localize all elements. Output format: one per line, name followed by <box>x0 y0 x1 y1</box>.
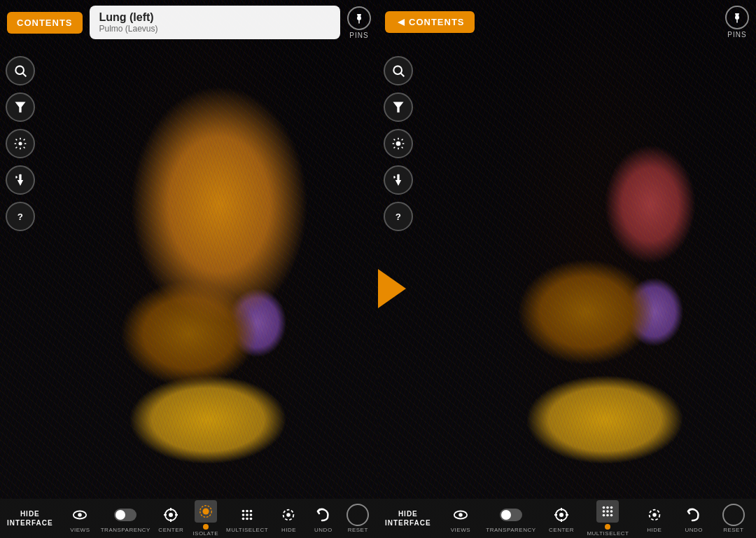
reset-icon <box>346 504 369 526</box>
right-views-tool[interactable]: VIEWS <box>447 504 475 533</box>
hide-label: HIDE <box>281 527 296 533</box>
right-center-icon <box>550 504 573 526</box>
svg-text:?: ? <box>396 212 401 222</box>
svg-point-55 <box>603 510 606 513</box>
svg-marker-40 <box>396 180 401 186</box>
right-reset-icon <box>722 504 745 526</box>
right-pin-svg <box>731 11 743 24</box>
multiselect-label: MULTISELECT <box>226 527 268 533</box>
svg-point-54 <box>610 506 613 509</box>
svg-marker-32 <box>398 19 405 26</box>
transparency-toggle[interactable] <box>114 509 136 521</box>
right-hide-tool[interactable]: HIDE <box>640 504 668 533</box>
svg-point-47 <box>560 513 563 516</box>
views-label: VIEWS <box>70 527 90 533</box>
left-bottom-bar: HIDE INTERFACE VIEWS TRAN <box>0 499 378 538</box>
right-views-label: VIEWS <box>451 527 470 533</box>
svg-point-14 <box>169 513 172 516</box>
left-hide-interface-button[interactable]: HIDE INTERFACE <box>0 505 60 532</box>
right-settings-button[interactable] <box>384 129 413 158</box>
right-hide-interface-button[interactable]: HIDE INTERFACE <box>378 505 438 532</box>
transparency-icon <box>114 504 136 526</box>
right-bottom-tools: VIEWS TRANSPARENCY <box>438 500 756 537</box>
svg-rect-6 <box>19 174 21 180</box>
center-svg <box>162 506 179 523</box>
right-pins-label: PINS <box>727 31 746 39</box>
pin-svg <box>353 12 365 25</box>
right-undo-svg <box>685 506 702 523</box>
svg-point-58 <box>603 514 606 517</box>
right-filter-icon <box>391 100 405 114</box>
right-undo-tool[interactable]: UNDO <box>680 504 708 533</box>
right-transparency-tool[interactable]: TRANSPARENCY <box>486 504 536 533</box>
left-pins-label: PINS <box>349 32 368 39</box>
right-pins-button[interactable]: PINS <box>725 6 749 39</box>
filter-icon <box>13 100 27 114</box>
svg-point-21 <box>242 510 245 513</box>
right-center-tool[interactable]: CENTER <box>547 504 575 533</box>
organ-subtitle: Pulmo (Laevus) <box>99 24 331 34</box>
svg-line-3 <box>23 74 27 77</box>
help-button[interactable]: ? <box>6 202 35 231</box>
info-box: Lung (left) Pulmo (Laevus) <box>90 6 341 39</box>
right-multiselect-tool[interactable]: MULTISELECT <box>587 500 629 537</box>
isolate-tool[interactable]: ISOLATE <box>192 500 220 537</box>
left-contents-button[interactable]: CONTENTS <box>7 12 83 34</box>
hide-tool[interactable]: HIDE <box>274 504 302 533</box>
right-panel: CONTENTS PINS <box>378 0 756 538</box>
left-pins-button[interactable]: PINS <box>347 6 371 39</box>
right-top-bar: CONTENTS PINS <box>378 0 756 44</box>
right-hide-label: HIDE <box>647 527 662 533</box>
svg-point-2 <box>15 66 24 74</box>
right-help-button[interactable]: ? <box>384 202 413 231</box>
svg-point-59 <box>607 514 610 517</box>
right-add-pin-icon <box>391 173 405 187</box>
multiselect-tool[interactable]: MULTISELECT <box>226 504 268 533</box>
views-tool[interactable]: VIEWS <box>66 504 94 533</box>
isolate-svg <box>198 504 214 519</box>
right-contents-button[interactable]: CONTENTS <box>385 11 475 33</box>
undo-tool[interactable]: UNDO <box>309 504 337 533</box>
organ-title: Lung (left) <box>99 11 331 24</box>
gear-icon <box>13 137 27 151</box>
svg-text:?: ? <box>18 212 23 222</box>
right-center-svg <box>553 506 570 523</box>
right-search-button[interactable] <box>384 56 413 85</box>
right-undo-label: UNDO <box>685 527 704 533</box>
reset-tool[interactable]: RESET <box>344 504 372 533</box>
svg-point-60 <box>610 514 613 517</box>
multiselect-icon <box>236 504 258 526</box>
add-pin-button[interactable] <box>6 165 35 195</box>
isolate-dot <box>203 524 209 530</box>
svg-point-27 <box>242 518 245 520</box>
left-panel: CONTENTS Lung (left) Pulmo (Laevus) PINS <box>0 0 378 538</box>
reset-label: RESET <box>348 527 368 533</box>
svg-point-24 <box>242 513 245 516</box>
svg-point-5 <box>19 142 22 146</box>
svg-point-23 <box>250 510 253 513</box>
back-arrow-icon <box>395 18 405 27</box>
svg-point-28 <box>246 518 248 520</box>
left-bottom-tools: VIEWS TRANSPARENCY <box>60 500 378 537</box>
center-tool[interactable]: CENTER <box>157 504 185 533</box>
svg-point-38 <box>397 142 400 146</box>
transparency-tool[interactable]: TRANSPARENCY <box>101 504 150 533</box>
right-multiselect-svg <box>600 504 615 519</box>
right-transparency-toggle[interactable] <box>500 509 522 521</box>
right-hide-svg <box>647 507 662 523</box>
add-pin-icon <box>13 173 27 187</box>
right-filter-button[interactable] <box>384 92 413 122</box>
svg-line-36 <box>401 74 405 77</box>
search-icon <box>13 64 27 78</box>
svg-rect-39 <box>397 174 399 180</box>
filter-button[interactable] <box>6 92 35 122</box>
help-icon: ? <box>13 209 27 223</box>
search-button[interactable] <box>6 56 35 85</box>
settings-button[interactable] <box>6 129 35 158</box>
svg-marker-4 <box>15 102 26 113</box>
right-add-pin-button[interactable] <box>384 165 413 195</box>
svg-point-12 <box>78 513 83 517</box>
right-search-icon <box>391 64 405 78</box>
right-reset-tool[interactable]: RESET <box>720 504 748 533</box>
center-label: CENTER <box>158 527 183 533</box>
